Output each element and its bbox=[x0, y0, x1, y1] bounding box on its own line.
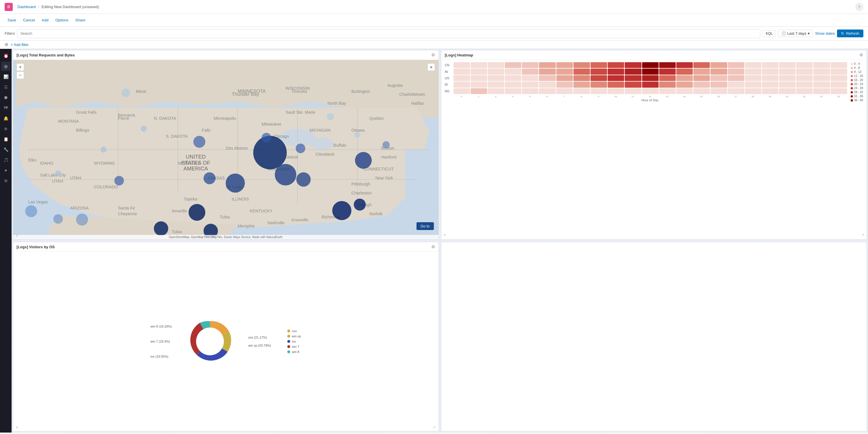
donut-labels-right: osx (21.17%) win xp (20.79%) bbox=[248, 336, 271, 347]
sidebar-icon-time[interactable]: ⏰ bbox=[1, 51, 10, 61]
cell bbox=[471, 81, 487, 88]
cell bbox=[488, 69, 504, 74]
cell bbox=[488, 88, 504, 94]
filter-search-input[interactable] bbox=[17, 29, 760, 38]
cell bbox=[471, 88, 487, 94]
cell bbox=[591, 62, 607, 68]
svg-text:Sault Ste. Marie: Sault Ste. Marie bbox=[285, 110, 315, 114]
cell bbox=[831, 81, 847, 88]
svg-text:MICHIGAN: MICHIGAN bbox=[310, 128, 331, 133]
x-label: 21 bbox=[778, 95, 796, 98]
legend-color-4-8 bbox=[850, 67, 853, 69]
cell bbox=[522, 62, 538, 68]
cell bbox=[659, 75, 676, 81]
share-button[interactable]: Share bbox=[72, 16, 88, 24]
legend-color-8-12 bbox=[850, 71, 853, 73]
cell bbox=[625, 81, 641, 88]
donut-legend: osx win xp ios win 7 bbox=[287, 329, 301, 354]
heatmap-panel-gear-icon[interactable]: ⚙ bbox=[859, 53, 863, 57]
legend-row-win8: win 8 bbox=[287, 350, 301, 354]
visitors-panel-content: win 8 (19.18%) win 7 (19.3%) ios (19.55%… bbox=[13, 252, 438, 431]
cell bbox=[522, 81, 538, 88]
sidebar-icon-canvas[interactable]: ⬟ bbox=[1, 93, 10, 102]
svg-text:Augusta: Augusta bbox=[387, 83, 403, 88]
legend-item-32-36: 32 - 36 bbox=[850, 95, 863, 98]
help-icon[interactable]: ? bbox=[855, 3, 863, 11]
legend-label-ios: ios bbox=[292, 340, 296, 343]
sidebar-icon-maps[interactable]: 🗺 bbox=[1, 103, 10, 112]
cell bbox=[796, 62, 813, 68]
legend-label-20-24: 20 - 24 bbox=[854, 82, 863, 86]
save-button[interactable]: Save bbox=[5, 16, 19, 24]
cell bbox=[762, 81, 778, 88]
cell bbox=[831, 69, 847, 74]
sidebar-icon-discover[interactable]: ◎ bbox=[1, 62, 10, 71]
cell bbox=[454, 69, 470, 74]
cell bbox=[728, 62, 744, 68]
cell bbox=[574, 75, 590, 81]
svg-text:S. DAKOTA: S. DAKOTA bbox=[166, 134, 188, 139]
sidebar-icon-graph[interactable]: ♥ bbox=[1, 166, 10, 175]
refresh-button[interactable]: ↻ Refresh bbox=[837, 30, 863, 37]
settings-gear-icon[interactable]: ⚙ bbox=[5, 42, 8, 47]
svg-text:Tulsa: Tulsa bbox=[220, 215, 230, 219]
add-button[interactable]: Add bbox=[39, 16, 51, 24]
svg-text:ILLINOIS: ILLINOIS bbox=[232, 197, 249, 201]
cell bbox=[625, 75, 641, 81]
legend-color-32-36 bbox=[850, 95, 853, 98]
svg-text:COLORADO: COLORADO bbox=[94, 185, 118, 189]
sidebar-icon-apm[interactable]: 🔧 bbox=[1, 145, 10, 154]
cell bbox=[454, 88, 470, 94]
x-label: 4 bbox=[504, 95, 521, 98]
panel-list-icon[interactable]: ≡ bbox=[16, 233, 18, 238]
cell bbox=[796, 81, 813, 88]
cancel-button[interactable]: Cancel bbox=[20, 16, 38, 24]
cell bbox=[710, 75, 727, 81]
kql-button[interactable]: KQL bbox=[763, 30, 776, 37]
bubble-stlouis bbox=[226, 174, 245, 193]
map-panel-gear-icon[interactable]: ⚙ bbox=[431, 53, 435, 57]
breadcrumb-home[interactable]: Dashboard bbox=[18, 5, 36, 9]
legend-color-16-20 bbox=[850, 79, 853, 81]
visitors-panel-gear-icon[interactable]: ⚙ bbox=[431, 244, 435, 249]
cell bbox=[539, 81, 556, 88]
top-bar-right: ? bbox=[855, 3, 863, 11]
options-button[interactable]: Options bbox=[53, 16, 71, 24]
sidebar-icon-uptime[interactable]: 🎵 bbox=[1, 155, 10, 165]
bubble-soo bbox=[354, 132, 361, 138]
svg-text:Knoxville: Knoxville bbox=[292, 218, 308, 222]
cell bbox=[471, 62, 487, 68]
time-picker[interactable]: 🕐 Last 7 days ▾ bbox=[778, 30, 813, 37]
sidebar-icon-logs[interactable]: 📋 bbox=[1, 135, 10, 144]
map-container: UNITED STATES OF AMERICA MINNESOTA WISCO… bbox=[13, 60, 438, 239]
svg-text:Cleveland: Cleveland bbox=[315, 152, 334, 157]
legend-item-0-4: 0 - 4 bbox=[850, 62, 863, 65]
add-filter-button[interactable]: + Add filter bbox=[11, 42, 29, 47]
svg-text:Nashville: Nashville bbox=[268, 221, 285, 225]
zoom-out-button[interactable]: − bbox=[17, 71, 24, 79]
svg-text:Norfolk: Norfolk bbox=[369, 211, 383, 216]
legend-item-16-20: 16 - 20 bbox=[850, 78, 863, 81]
show-dates-button[interactable]: Show dates bbox=[815, 31, 835, 36]
label-osx-right: osx (21.17%) bbox=[248, 336, 271, 339]
empty-panel bbox=[441, 242, 867, 431]
sidebar-icon-dashboard[interactable]: ☰ bbox=[1, 82, 10, 92]
map-legend-button[interactable]: ≡ bbox=[428, 63, 435, 71]
visitors-list-icon[interactable]: ≡ bbox=[16, 425, 18, 429]
sidebar-icon-visualize[interactable]: 📊 bbox=[1, 72, 10, 81]
sidebar-icon-settings[interactable]: ⚙ bbox=[1, 176, 10, 186]
sidebar-icon-ml[interactable]: 🔔 bbox=[1, 114, 10, 123]
map-panel-title: [Logs] Total Requests and Bytes bbox=[17, 53, 75, 57]
cell bbox=[471, 75, 487, 81]
visitors-expand-icon[interactable]: ↗ bbox=[433, 425, 436, 429]
sidebar-icon-siem[interactable]: ⊕ bbox=[1, 124, 10, 133]
go-to-button[interactable]: Go to bbox=[416, 222, 434, 230]
legend-label-36-40: 36 - 40 bbox=[854, 99, 863, 102]
y-label-in: IN bbox=[445, 69, 453, 74]
svg-text:Timmins: Timmins bbox=[292, 89, 307, 94]
cell bbox=[728, 88, 744, 94]
visitors-panel-header: [Logs] Visitors by OS ⚙ bbox=[13, 242, 438, 252]
cell bbox=[608, 69, 624, 74]
map-panel-content: UNITED STATES OF AMERICA MINNESOTA WISCO… bbox=[13, 60, 438, 239]
zoom-in-button[interactable]: + bbox=[17, 63, 24, 71]
